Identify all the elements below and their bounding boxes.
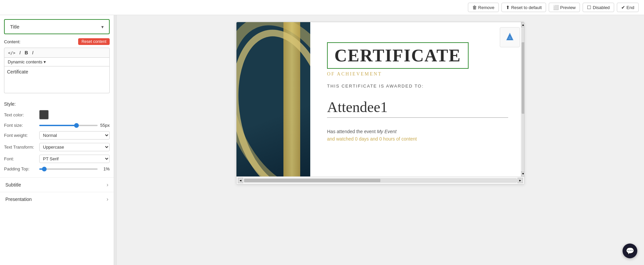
- content-header: Content: Reset content: [4, 38, 110, 45]
- panel-divider: [114, 15, 117, 265]
- cert-logo: [500, 27, 520, 47]
- style-label: Style:: [4, 101, 110, 107]
- cert-event-info: Has attended the event My Event: [327, 129, 508, 134]
- cert-name-section: Attendee1: [327, 99, 508, 120]
- vertical-scroll-track[interactable]: [522, 28, 525, 171]
- padding-top-slider[interactable]: [39, 168, 98, 170]
- font-size-row: Font size: 55px: [4, 123, 110, 128]
- title-section-label: Title: [10, 24, 19, 30]
- main-layout: Title ▾ Content: Reset content </> I B I…: [0, 15, 644, 265]
- presentation-label: Presentation: [5, 197, 32, 202]
- reset-icon: ⬆: [506, 5, 510, 10]
- chat-icon: 💬: [626, 247, 634, 255]
- italic-serif-button[interactable]: I: [18, 49, 22, 56]
- remove-button[interactable]: 🗑 Remove: [468, 3, 499, 12]
- font-weight-select[interactable]: Normal Bold Light: [39, 131, 110, 140]
- preview-icon: ⬜: [553, 5, 559, 10]
- chevron-down-icon: ▾: [101, 24, 104, 30]
- end-button[interactable]: ✔ End: [617, 3, 639, 12]
- scroll-down-button[interactable]: ▼: [521, 171, 525, 176]
- text-color-row: Text color:: [4, 110, 110, 119]
- font-weight-label: Font weight:: [4, 133, 39, 138]
- left-panel: Title ▾ Content: Reset content </> I B I…: [0, 15, 114, 265]
- cert-title-box: CERTIFICATE: [327, 42, 469, 69]
- certificate-preview: CERTIFICATE OF ACHIEVEMENT THIS CERTIFIC…: [236, 22, 524, 184]
- cert-awarded-text: THIS CERTIFICATE IS AWARDED TO:: [327, 84, 508, 89]
- reset-content-button[interactable]: Reset content: [78, 38, 110, 45]
- editor-toolbar: </> I B I: [4, 48, 110, 58]
- style-section: Style: Text color: Font size: 55px Font …: [0, 99, 114, 177]
- content-section: Content: Reset content </> I B I Dynamic…: [0, 38, 114, 99]
- font-size-label: Font size:: [4, 123, 39, 128]
- preview-button[interactable]: ⬜ Preview: [549, 3, 580, 12]
- bottom-scrollbar: ◄ ►: [236, 176, 524, 184]
- disabled-button[interactable]: ☐ Disabled: [583, 3, 614, 12]
- checkmark-icon: ✔: [621, 5, 625, 10]
- trash-icon: 🗑: [472, 5, 477, 10]
- text-transform-select[interactable]: Uppercase Lowercase Capitalize None: [39, 143, 110, 151]
- cert-attendee-name: Attendee1: [327, 99, 508, 116]
- title-section-bar[interactable]: Title ▾: [4, 19, 110, 34]
- scroll-up-button[interactable]: ▲: [521, 22, 525, 28]
- content-label: Content:: [4, 39, 20, 44]
- scroll-left-button[interactable]: ◄: [238, 178, 243, 183]
- subtitle-row[interactable]: Subtitle ›: [0, 177, 114, 192]
- font-row: Font: PT Serif Arial Georgia: [4, 155, 110, 163]
- company-logo-icon: [504, 31, 516, 43]
- text-transform-row: Text Transform: Uppercase Lowercase Capi…: [4, 143, 110, 151]
- content-textarea[interactable]: Certificate: [4, 66, 110, 93]
- dynamic-contents-dropdown[interactable]: Dynamic contents ▾: [4, 58, 110, 66]
- cert-title: CERTIFICATE: [334, 46, 461, 65]
- cert-name-underline: [327, 117, 508, 118]
- cert-left-decoration: [236, 22, 310, 176]
- text-color-label: Text color:: [4, 112, 39, 117]
- font-weight-row: Font weight: Normal Bold Light: [4, 131, 110, 140]
- gold-stripe: [283, 22, 300, 176]
- cert-content-area: CERTIFICATE OF ACHIEVEMENT THIS CERTIFIC…: [310, 22, 524, 176]
- subtitle-label: Subtitle: [5, 182, 21, 188]
- reset-default-button[interactable]: ⬆ Reset to default: [501, 3, 546, 12]
- horizontal-scroll-track[interactable]: [244, 178, 517, 182]
- code-button[interactable]: </>: [6, 49, 17, 56]
- font-label: Font:: [4, 156, 39, 161]
- top-toolbar: 🗑 Remove ⬆ Reset to default ⬜ Preview ☐ …: [0, 0, 644, 15]
- vertical-scroll-thumb: [522, 42, 525, 114]
- bold-button[interactable]: B: [23, 49, 30, 56]
- right-content: CERTIFICATE OF ACHIEVEMENT THIS CERTIFIC…: [117, 15, 644, 265]
- chevron-down-icon: ▾: [44, 59, 46, 64]
- certificate-container: CERTIFICATE OF ACHIEVEMENT THIS CERTIFIC…: [236, 22, 524, 176]
- italic-button[interactable]: I: [31, 49, 35, 56]
- padding-top-label: Padding Top:: [4, 166, 39, 171]
- chat-button[interactable]: 💬: [623, 244, 637, 258]
- presentation-row[interactable]: Presentation ›: [0, 192, 114, 206]
- horizontal-scroll-thumb: [244, 179, 380, 182]
- font-size-slider[interactable]: [39, 125, 98, 126]
- cert-watched-info: and watched 0 days and 0 hours of conten…: [327, 136, 508, 142]
- text-transform-label: Text Transform:: [4, 145, 39, 150]
- preview-wrapper: CERTIFICATE OF ACHIEVEMENT THIS CERTIFIC…: [236, 22, 525, 184]
- svg-marker-0: [506, 33, 514, 41]
- padding-top-value: 1%: [100, 166, 110, 171]
- font-size-value: 55px: [100, 123, 110, 128]
- chevron-right-icon-2: ›: [107, 196, 108, 202]
- checkbox-icon: ☐: [587, 5, 591, 10]
- chevron-right-icon: ›: [107, 182, 108, 188]
- right-scrollbar: ▲ ▼: [521, 22, 524, 176]
- font-select[interactable]: PT Serif Arial Georgia: [39, 155, 110, 163]
- padding-top-row: Padding Top: 1%: [4, 166, 110, 171]
- text-color-swatch[interactable]: [39, 110, 49, 119]
- scroll-right-button[interactable]: ►: [518, 178, 523, 183]
- cert-subtitle: OF ACHIEVEMENT: [327, 71, 508, 77]
